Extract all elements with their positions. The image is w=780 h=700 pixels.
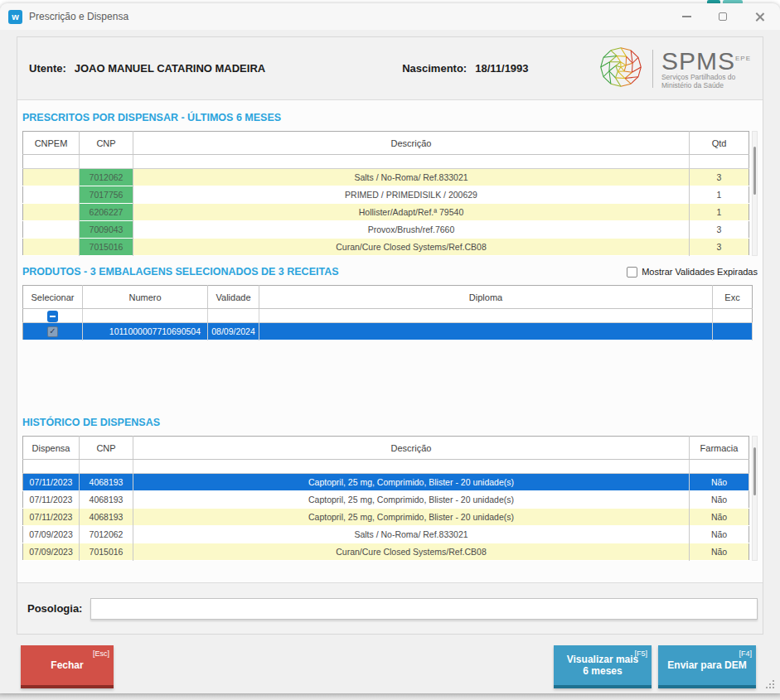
fechar-shortcut: [Esc] bbox=[93, 648, 109, 659]
table-row-selected[interactable]: ✓ 1011000007710690504 08/09/2024 bbox=[23, 323, 753, 340]
scrollbar-thumb[interactable] bbox=[753, 447, 756, 495]
historico-table: Dispensa CNP Descrição Farmacia 07/11/20… bbox=[22, 436, 749, 561]
posologia-label: Posologia: bbox=[27, 602, 82, 615]
cnp-cell: 7017756 bbox=[80, 186, 133, 204]
cnp-cell: 6206227 bbox=[80, 204, 133, 221]
col-header-farmacia[interactable]: Farmacia bbox=[690, 437, 749, 460]
resize-grip[interactable] bbox=[766, 680, 774, 688]
cnp-cell: 7015016 bbox=[80, 239, 133, 256]
minimize-icon[interactable] bbox=[681, 11, 692, 22]
col-header-qtd[interactable]: Qtd bbox=[690, 132, 749, 155]
screen: w Prescrição e Dispensa Utente: JOAO MAN… bbox=[0, 0, 780, 700]
scrollbar-track[interactable] bbox=[752, 436, 758, 561]
col-header-cnp[interactable]: CNP bbox=[80, 437, 133, 460]
nascimento-value: 18/11/1993 bbox=[475, 62, 528, 75]
nascimento-label: Nascimento: bbox=[402, 62, 467, 75]
title-bar[interactable]: w Prescrição e Dispensa bbox=[0, 3, 780, 30]
logo-divider bbox=[652, 50, 653, 88]
posologia-section: Posologia: bbox=[17, 582, 763, 634]
content-panel: Utente: JOAO MANUEL CATARINO MADEIRA Nas… bbox=[17, 36, 763, 635]
col-header-diploma[interactable]: Diploma bbox=[259, 286, 713, 309]
mostrar-validades-checkbox[interactable]: Mostrar Validades Expiradas bbox=[627, 267, 758, 278]
col-header-numero[interactable]: Numero bbox=[83, 286, 208, 309]
col-header-dispensa[interactable]: Dispensa bbox=[23, 437, 80, 460]
table-row[interactable]: 07/11/2023 4068193 Captopril, 25 mg, Com… bbox=[23, 509, 749, 526]
table-row[interactable]: 07/09/2023 7012062 Salts / No-Roma/ Ref.… bbox=[23, 526, 749, 543]
spms-tagline-2: Ministério da Saúde bbox=[661, 81, 751, 89]
enviar-dem-button[interactable]: [F4] Enviar para DEM bbox=[658, 645, 756, 688]
table-row[interactable]: 6206227 Hollister/Adapt/Ref.ª 79540 1 bbox=[23, 204, 749, 221]
col-header-exc[interactable]: Exc bbox=[713, 286, 753, 309]
scrollbar-thumb[interactable] bbox=[753, 147, 756, 195]
visualizar-shortcut: [F5] bbox=[634, 648, 647, 659]
patient-header: Utente: JOAO MANUEL CATARINO MADEIRA Nas… bbox=[17, 37, 763, 100]
filter-row[interactable] bbox=[23, 309, 753, 323]
prescritos-table: CNPEM CNP Descrição Qtd 7012062 Salts / … bbox=[22, 131, 749, 256]
window-title: Prescrição e Dispensa bbox=[29, 11, 128, 22]
col-header-cnp[interactable]: CNP bbox=[80, 132, 133, 155]
historico-section-title: HISTÓRICO DE DISPENSAS bbox=[22, 417, 758, 428]
produtos-table: Selecionar Numero Validade Diploma Exc ✓ bbox=[22, 285, 753, 340]
prescricao-dispensa-dialog: w Prescrição e Dispensa Utente: JOAO MAN… bbox=[0, 3, 780, 693]
maximize-icon[interactable] bbox=[717, 11, 729, 22]
table-row[interactable]: 7017756 PRIMED / PRIMEDISILK / 200629 1 bbox=[23, 186, 749, 204]
posologia-input[interactable] bbox=[90, 598, 758, 620]
produtos-section-title: PRODUTOS - 3 EMBALAGENS SELECIONADOS DE … bbox=[22, 266, 339, 278]
table-row[interactable]: 7012062 Salts / No-Roma/ Ref.833021 3 bbox=[23, 169, 749, 186]
close-icon[interactable] bbox=[753, 11, 765, 22]
table-row[interactable]: 07/09/2023 7015016 Curan/Cure Closed Sys… bbox=[23, 543, 749, 561]
table-row[interactable]: 7015016 Curan/Cure Closed Systems/Ref.CB… bbox=[23, 239, 749, 256]
spms-brand: SPMSEPE bbox=[661, 47, 751, 73]
spms-mesh-icon bbox=[598, 44, 644, 94]
cnp-cell: 7009043 bbox=[80, 221, 133, 239]
utente-label: Utente: bbox=[29, 62, 66, 75]
col-header-descricao[interactable]: Descrição bbox=[133, 437, 690, 460]
table-row[interactable]: 7009043 Provox/Brush/ref.7660 3 bbox=[23, 221, 749, 239]
filter-row[interactable] bbox=[23, 460, 749, 474]
fechar-button[interactable]: [Esc] Fechar bbox=[21, 645, 114, 688]
window-bottom-edge bbox=[0, 693, 780, 700]
filter-row[interactable] bbox=[23, 155, 749, 169]
spms-logo: SPMSEPE Serviços Partilhados do Ministér… bbox=[598, 44, 754, 94]
mostrar-validades-label: Mostrar Validades Expiradas bbox=[642, 267, 758, 277]
col-header-validade[interactable]: Validade bbox=[208, 286, 259, 309]
col-header-descricao[interactable]: Descrição bbox=[133, 132, 690, 155]
prescritos-section-title: PRESCRITOS POR DISPENSAR - ÚLTIMOS 6 MES… bbox=[22, 112, 758, 123]
col-header-cnpem[interactable]: CNPEM bbox=[23, 132, 80, 155]
scrollbar-track[interactable] bbox=[752, 131, 758, 256]
visualizar-mais-button[interactable]: [F5] Visualizar mais6 meses bbox=[554, 645, 652, 688]
checkbox-icon[interactable] bbox=[627, 267, 637, 278]
select-all-checkbox[interactable] bbox=[47, 311, 58, 322]
table-row-selected[interactable]: 07/11/2023 4068193 Captopril, 25 mg, Com… bbox=[23, 474, 749, 491]
col-header-selecionar[interactable]: Selecionar bbox=[23, 286, 83, 309]
cnp-cell: 7012062 bbox=[80, 169, 133, 186]
utente-value: JOAO MANUEL CATARINO MADEIRA bbox=[75, 62, 265, 75]
row-checkbox-checked[interactable]: ✓ bbox=[47, 326, 58, 337]
spms-tagline-1: Serviços Partilhados do bbox=[661, 73, 751, 81]
table-row[interactable]: 07/11/2023 4068193 Captopril, 25 mg, Com… bbox=[23, 491, 749, 509]
enviar-shortcut: [F4] bbox=[739, 648, 752, 659]
app-window-icon: w bbox=[8, 10, 22, 24]
